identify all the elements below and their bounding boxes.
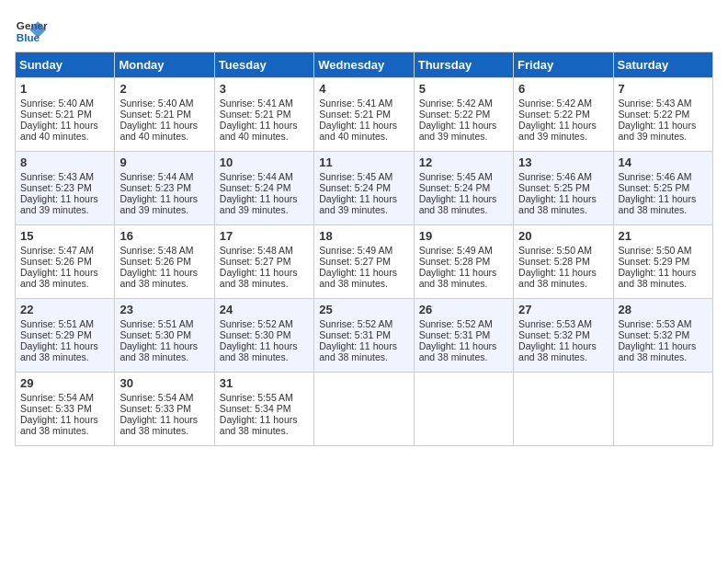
- sunset-text: Sunset: 5:26 PM: [20, 256, 92, 267]
- sunset-text: Sunset: 5:27 PM: [319, 256, 391, 267]
- calendar-cell: 23Sunrise: 5:51 AMSunset: 5:30 PMDayligh…: [115, 299, 214, 373]
- daylight-text: Daylight: 11 hours and 38 minutes.: [119, 340, 198, 362]
- sunrise-text: Sunrise: 5:53 AM: [619, 318, 692, 329]
- day-number: 17: [220, 229, 309, 243]
- sunset-text: Sunset: 5:23 PM: [20, 182, 92, 193]
- sunrise-text: Sunrise: 5:46 AM: [518, 171, 592, 182]
- calendar-cell: 7Sunrise: 5:43 AMSunset: 5:22 PMDaylight…: [613, 78, 712, 152]
- daylight-text: Daylight: 11 hours and 38 minutes.: [518, 267, 597, 289]
- day-number: 16: [119, 229, 209, 243]
- logo-icon: General Blue: [15, 15, 48, 48]
- sunrise-text: Sunrise: 5:52 AM: [220, 318, 293, 329]
- sunset-text: Sunset: 5:22 PM: [419, 109, 491, 120]
- day-number: 19: [419, 229, 508, 243]
- calendar-cell: 28Sunrise: 5:53 AMSunset: 5:32 PMDayligh…: [613, 299, 712, 373]
- col-header-monday: Monday: [115, 52, 214, 78]
- calendar-cell-empty: [314, 373, 414, 446]
- sunset-text: Sunset: 5:28 PM: [518, 256, 590, 267]
- sunset-text: Sunset: 5:31 PM: [319, 329, 391, 340]
- sunrise-text: Sunrise: 5:52 AM: [419, 318, 493, 329]
- daylight-text: Daylight: 11 hours and 38 minutes.: [518, 193, 597, 215]
- calendar-cell: 10Sunrise: 5:44 AMSunset: 5:24 PMDayligh…: [214, 152, 313, 225]
- day-number: 23: [119, 303, 209, 316]
- day-number: 7: [619, 82, 708, 96]
- daylight-text: Daylight: 11 hours and 38 minutes.: [119, 267, 198, 289]
- sunrise-text: Sunrise: 5:45 AM: [419, 171, 493, 182]
- calendar-week-row: 8Sunrise: 5:43 AMSunset: 5:23 PMDaylight…: [16, 152, 713, 225]
- day-number: 10: [220, 155, 309, 169]
- day-number: 20: [518, 229, 608, 243]
- sunset-text: Sunset: 5:34 PM: [220, 403, 291, 414]
- calendar-cell: 3Sunrise: 5:41 AMSunset: 5:21 PMDaylight…: [214, 78, 313, 152]
- sunset-text: Sunset: 5:23 PM: [119, 182, 191, 193]
- calendar-week-row: 22Sunrise: 5:51 AMSunset: 5:29 PMDayligh…: [16, 299, 713, 373]
- sunrise-text: Sunrise: 5:49 AM: [419, 245, 493, 256]
- day-number: 4: [319, 82, 408, 96]
- calendar-cell: 21Sunrise: 5:50 AMSunset: 5:29 PMDayligh…: [613, 225, 712, 299]
- calendar-cell: 20Sunrise: 5:50 AMSunset: 5:28 PMDayligh…: [514, 225, 613, 299]
- daylight-text: Daylight: 11 hours and 40 minutes.: [119, 120, 198, 142]
- sunset-text: Sunset: 5:26 PM: [119, 256, 191, 267]
- logo: General Blue: [15, 15, 48, 48]
- calendar-cell: 30Sunrise: 5:54 AMSunset: 5:33 PMDayligh…: [115, 373, 214, 446]
- calendar-cell: 31Sunrise: 5:55 AMSunset: 5:34 PMDayligh…: [214, 373, 313, 446]
- day-number: 2: [119, 82, 209, 96]
- sunrise-text: Sunrise: 5:46 AM: [619, 171, 692, 182]
- daylight-text: Daylight: 11 hours and 38 minutes.: [319, 340, 397, 362]
- daylight-text: Daylight: 11 hours and 39 minutes.: [619, 120, 697, 142]
- col-header-friday: Friday: [514, 52, 613, 78]
- sunset-text: Sunset: 5:29 PM: [20, 329, 92, 340]
- calendar-cell: 1Sunrise: 5:40 AMSunset: 5:21 PMDaylight…: [16, 78, 115, 152]
- sunset-text: Sunset: 5:29 PM: [619, 256, 690, 267]
- calendar-cell: 4Sunrise: 5:41 AMSunset: 5:21 PMDaylight…: [314, 78, 414, 152]
- sunset-text: Sunset: 5:25 PM: [518, 182, 590, 193]
- daylight-text: Daylight: 11 hours and 38 minutes.: [619, 340, 697, 362]
- sunset-text: Sunset: 5:22 PM: [619, 109, 690, 120]
- calendar-cell: 18Sunrise: 5:49 AMSunset: 5:27 PMDayligh…: [314, 225, 414, 299]
- sunrise-text: Sunrise: 5:49 AM: [319, 245, 392, 256]
- day-number: 30: [119, 376, 209, 390]
- daylight-text: Daylight: 11 hours and 39 minutes.: [518, 120, 597, 142]
- sunrise-text: Sunrise: 5:48 AM: [119, 245, 193, 256]
- calendar-cell-empty: [514, 373, 613, 446]
- calendar-cell-empty: [613, 373, 712, 446]
- sunset-text: Sunset: 5:31 PM: [419, 329, 491, 340]
- sunset-text: Sunset: 5:21 PM: [319, 109, 391, 120]
- sunset-text: Sunset: 5:30 PM: [119, 329, 191, 340]
- day-number: 28: [619, 303, 708, 316]
- daylight-text: Daylight: 11 hours and 38 minutes.: [220, 414, 298, 436]
- day-number: 5: [419, 82, 508, 96]
- daylight-text: Daylight: 11 hours and 39 minutes.: [419, 120, 497, 142]
- sunrise-text: Sunrise: 5:44 AM: [119, 171, 193, 182]
- day-number: 21: [619, 229, 708, 243]
- daylight-text: Daylight: 11 hours and 39 minutes.: [319, 193, 397, 215]
- day-number: 11: [319, 155, 408, 169]
- calendar-table: SundayMondayTuesdayWednesdayThursdayFrid…: [15, 52, 713, 446]
- calendar-cell: 8Sunrise: 5:43 AMSunset: 5:23 PMDaylight…: [16, 152, 115, 225]
- day-number: 24: [220, 303, 309, 316]
- sunrise-text: Sunrise: 5:42 AM: [518, 98, 592, 109]
- sunset-text: Sunset: 5:21 PM: [20, 109, 92, 120]
- calendar-cell: 6Sunrise: 5:42 AMSunset: 5:22 PMDaylight…: [514, 78, 613, 152]
- calendar-cell: 29Sunrise: 5:54 AMSunset: 5:33 PMDayligh…: [16, 373, 115, 446]
- daylight-text: Daylight: 11 hours and 38 minutes.: [119, 414, 198, 436]
- calendar-week-row: 15Sunrise: 5:47 AMSunset: 5:26 PMDayligh…: [16, 225, 713, 299]
- sunset-text: Sunset: 5:33 PM: [119, 403, 191, 414]
- sunrise-text: Sunrise: 5:44 AM: [220, 171, 293, 182]
- header-row: SundayMondayTuesdayWednesdayThursdayFrid…: [16, 52, 713, 78]
- col-header-wednesday: Wednesday: [314, 52, 414, 78]
- sunset-text: Sunset: 5:25 PM: [619, 182, 690, 193]
- day-number: 15: [20, 229, 109, 243]
- sunrise-text: Sunrise: 5:43 AM: [20, 171, 94, 182]
- sunset-text: Sunset: 5:28 PM: [419, 256, 491, 267]
- daylight-text: Daylight: 11 hours and 38 minutes.: [319, 267, 397, 289]
- day-number: 26: [419, 303, 508, 316]
- calendar-cell: 24Sunrise: 5:52 AMSunset: 5:30 PMDayligh…: [214, 299, 313, 373]
- day-number: 14: [619, 155, 708, 169]
- daylight-text: Daylight: 11 hours and 38 minutes.: [220, 267, 298, 289]
- sunrise-text: Sunrise: 5:54 AM: [119, 392, 193, 403]
- calendar-cell: 9Sunrise: 5:44 AMSunset: 5:23 PMDaylight…: [115, 152, 214, 225]
- daylight-text: Daylight: 11 hours and 39 minutes.: [220, 193, 298, 215]
- day-number: 31: [220, 376, 309, 390]
- calendar-cell: 25Sunrise: 5:52 AMSunset: 5:31 PMDayligh…: [314, 299, 414, 373]
